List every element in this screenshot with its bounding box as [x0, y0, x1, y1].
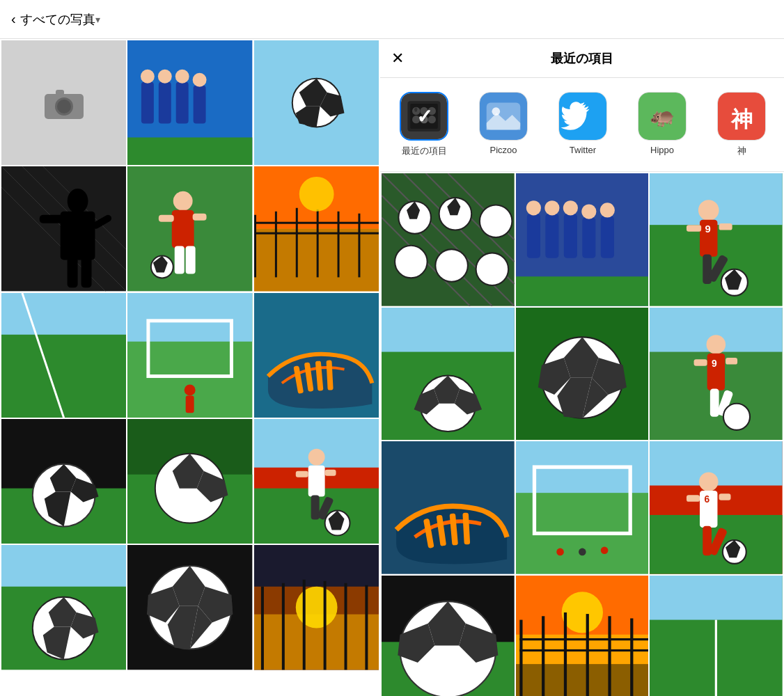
svg-rect-196 — [650, 576, 783, 620]
photo-cell[interactable] — [254, 545, 379, 670]
svg-point-21 — [68, 189, 88, 214]
svg-rect-3 — [56, 90, 64, 95]
app-item-kami[interactable]: 神 神 — [703, 86, 780, 163]
photo-cell[interactable] — [516, 308, 649, 441]
photo-cell[interactable] — [127, 545, 252, 670]
main-area: ✕ 最近の項目 — [0, 39, 784, 696]
svg-rect-131 — [600, 216, 613, 258]
photo-ball-sky — [254, 40, 379, 165]
photo-cell[interactable] — [254, 40, 379, 165]
left-photo-panel — [0, 39, 380, 696]
svg-rect-71 — [295, 471, 308, 477]
piczoo-icon — [480, 92, 527, 141]
svg-point-124 — [526, 200, 540, 215]
photo-sunset3 — [516, 576, 649, 696]
svg-rect-86 — [282, 583, 285, 670]
dropdown-arrow-icon: ▾ — [95, 14, 100, 25]
svg-rect-90 — [365, 585, 368, 670]
photo-cell[interactable] — [254, 293, 379, 418]
back-button[interactable]: ‹ すべての写真 — [11, 11, 95, 28]
photo-cell[interactable] — [127, 293, 252, 418]
photo-sunset2 — [254, 545, 379, 670]
svg-rect-138 — [687, 225, 701, 232]
photo-cell[interactable] — [1, 293, 126, 418]
photo-cell[interactable] — [382, 441, 515, 574]
photo-soccer-blue — [127, 40, 252, 165]
svg-point-186 — [561, 592, 602, 633]
photo-cell[interactable] — [382, 173, 515, 306]
svg-point-9 — [158, 70, 172, 84]
photo-cell[interactable] — [254, 419, 379, 544]
photo-cell[interactable] — [1, 166, 126, 291]
svg-rect-187 — [519, 620, 522, 696]
photo-cleats2 — [382, 441, 515, 574]
photo-goalkeeper — [1, 166, 126, 291]
svg-point-28 — [173, 191, 193, 211]
svg-rect-38 — [254, 215, 256, 278]
app-label-recent: 最近の項目 — [402, 145, 447, 157]
svg-rect-125 — [545, 214, 558, 258]
photo-green-field — [1, 293, 126, 418]
svg-rect-5 — [127, 137, 252, 165]
app-item-hippo[interactable]: 🦛 Hippo — [624, 86, 700, 163]
photo-cell[interactable]: 9 — [650, 173, 783, 306]
app-label-twitter: Twitter — [570, 145, 596, 155]
photo-ball-grass-close — [516, 308, 649, 441]
photo-cell[interactable]: 6 — [650, 441, 783, 574]
photo-cell[interactable] — [1, 419, 126, 544]
svg-rect-176 — [719, 494, 731, 501]
svg-rect-189 — [564, 612, 567, 696]
app-icon-hippo: 🦛 — [638, 92, 687, 141]
photo-red-kick2: 9 — [650, 173, 783, 306]
kami-icon: 神 — [718, 92, 765, 141]
photo-cell[interactable] — [127, 166, 252, 291]
svg-point-69 — [308, 449, 324, 466]
svg-rect-39 — [275, 212, 277, 278]
photo-cell[interactable] — [382, 308, 515, 441]
photo-cell[interactable]: 9 — [650, 308, 783, 441]
svg-point-84 — [295, 587, 337, 628]
photo-player-kick — [254, 419, 379, 544]
photo-cell[interactable] — [254, 166, 379, 291]
app-label-piczoo: Piczoo — [489, 145, 517, 155]
photo-green-line — [650, 576, 783, 696]
svg-rect-192 — [630, 618, 633, 696]
svg-rect-139 — [719, 223, 732, 230]
right-photo-grid-inner: 9 — [380, 172, 784, 696]
photo-cell[interactable] — [516, 173, 649, 306]
app-item-twitter[interactable]: Twitter — [544, 86, 621, 163]
svg-point-117 — [480, 205, 512, 238]
svg-rect-88 — [323, 581, 326, 670]
photo-cell[interactable] — [382, 576, 515, 696]
app-label-kami: 神 — [737, 145, 746, 157]
camera-icon — [43, 86, 85, 120]
svg-rect-44 — [254, 222, 379, 224]
back-chevron-icon: ‹ — [11, 11, 16, 27]
svg-point-46 — [299, 177, 334, 212]
app-item-recent[interactable]: ✓ 最近の項目 — [386, 86, 462, 163]
svg-point-128 — [563, 200, 577, 215]
svg-rect-23 — [40, 215, 64, 223]
photo-cell[interactable] — [1, 545, 126, 670]
checkmark-icon: ✓ — [416, 105, 432, 128]
photo-cell[interactable] — [127, 419, 252, 544]
svg-rect-188 — [542, 616, 544, 696]
photo-cell[interactable] — [127, 40, 252, 165]
svg-text:9: 9 — [705, 223, 711, 235]
photo-cell[interactable] — [516, 441, 649, 574]
svg-text:9: 9 — [712, 358, 717, 368]
svg-rect-54 — [186, 395, 194, 413]
hippo-icon: 🦛 — [638, 92, 686, 141]
svg-rect-10 — [176, 82, 189, 124]
camera-cell[interactable] — [1, 40, 126, 165]
svg-text:6: 6 — [705, 494, 710, 505]
svg-point-168 — [556, 548, 564, 556]
app-item-piczoo[interactable]: Piczoo — [465, 86, 542, 163]
twitter-icon — [559, 92, 606, 141]
svg-rect-8 — [159, 82, 171, 124]
svg-point-119 — [435, 249, 468, 282]
svg-text:神: 神 — [730, 107, 753, 132]
close-button[interactable]: ✕ — [391, 51, 404, 66]
photo-cell[interactable] — [516, 576, 649, 696]
photo-cell[interactable] — [650, 576, 783, 696]
